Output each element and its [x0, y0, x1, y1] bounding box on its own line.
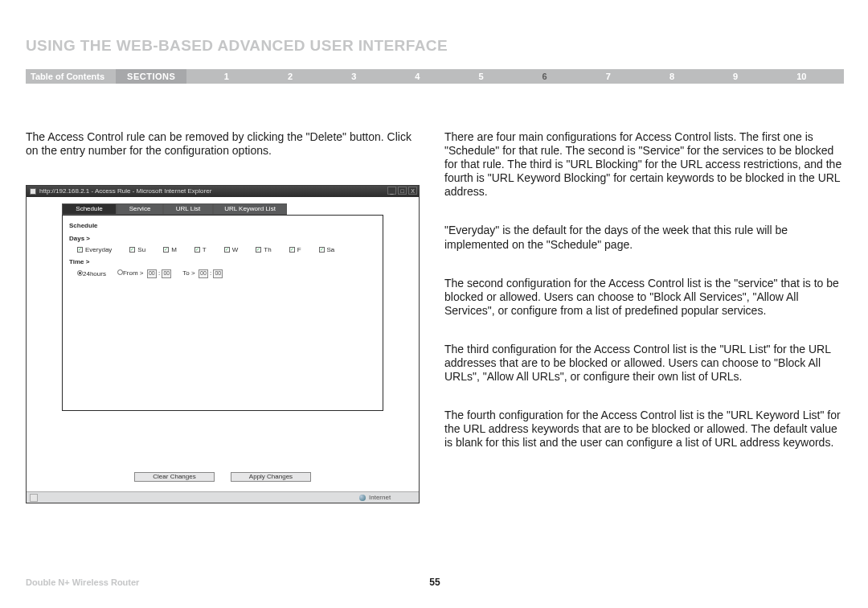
time-label: Time >: [69, 258, 376, 266]
time-24hours: 24hours: [83, 270, 106, 277]
tab-service[interactable]: Service: [117, 203, 163, 215]
status-bar: Internet: [27, 491, 419, 503]
day-t: T: [203, 246, 207, 254]
window-close-button[interactable]: X: [408, 187, 417, 195]
checkbox-everyday[interactable]: [77, 247, 83, 253]
statusbar-icon: [30, 494, 38, 502]
section-link-9[interactable]: 9: [733, 72, 738, 81]
apply-changes-button[interactable]: Apply Changes: [231, 472, 311, 482]
product-name: Double N+ Wireless Router: [26, 577, 139, 587]
section-link-7[interactable]: 7: [606, 72, 611, 81]
day-w: W: [232, 246, 239, 254]
section-link-2[interactable]: 2: [288, 72, 293, 81]
radio-from[interactable]: [117, 269, 123, 275]
screenshot-window: http://192.168.2.1 - Access Rule - Micro…: [26, 185, 420, 503]
day-everyday: Everyday: [85, 246, 112, 254]
nav-bar: Table of Contents SECTIONS 1 2 3 4 5 6 7…: [26, 69, 844, 84]
days-label: Days >: [69, 235, 376, 243]
section-link-5[interactable]: 5: [478, 72, 483, 81]
tab-strip: Schedule Service URL List URL Keyword Li…: [62, 203, 404, 215]
checkbox-w[interactable]: [224, 247, 230, 253]
panel-heading: Schedule: [69, 222, 376, 230]
section-link-1[interactable]: 1: [224, 72, 229, 81]
window-title: http://192.168.2.1 - Access Rule - Micro…: [39, 187, 211, 195]
right-paragraph-3: The second configuration for the Access …: [444, 277, 844, 318]
right-column: There are four main configurations for A…: [444, 130, 844, 503]
window-titlebar: http://192.168.2.1 - Access Rule - Micro…: [27, 186, 419, 197]
from-min-select[interactable]: 00: [162, 269, 171, 278]
window-maximize-button[interactable]: □: [398, 187, 407, 195]
window-minimize-button[interactable]: _: [387, 187, 396, 195]
tab-url-list[interactable]: URL List: [163, 203, 213, 215]
checkbox-f[interactable]: [289, 247, 295, 253]
to-min-select[interactable]: 00: [213, 269, 223, 278]
ie-page-icon: [30, 188, 36, 195]
sections-label: SECTIONS: [116, 69, 186, 84]
right-paragraph-2: "Everyday" is the default for the days o…: [444, 224, 844, 251]
right-paragraph-4: The third configuration for the Access C…: [444, 343, 844, 384]
left-column: The Access Control rule can be removed b…: [26, 130, 425, 503]
checkbox-t[interactable]: [194, 247, 200, 253]
left-paragraph-1: The Access Control rule can be removed b…: [26, 130, 425, 158]
section-link-10[interactable]: 10: [796, 72, 806, 81]
section-link-6[interactable]: 6: [542, 72, 547, 81]
toc-link[interactable]: Table of Contents: [26, 72, 116, 81]
day-su: Su: [137, 246, 145, 254]
radio-24hours[interactable]: [77, 270, 83, 276]
section-link-3[interactable]: 3: [351, 72, 356, 81]
day-m: M: [171, 246, 177, 254]
day-f: F: [297, 246, 301, 254]
to-hour-select[interactable]: 00: [199, 269, 208, 278]
clear-changes-button[interactable]: Clear Changes: [134, 472, 215, 482]
right-paragraph-5: The fourth configuration for the Access …: [444, 409, 844, 450]
page-number: 55: [429, 577, 440, 588]
from-label: From >: [123, 269, 144, 277]
checkbox-su[interactable]: [129, 247, 135, 253]
checkbox-sa[interactable]: [319, 247, 325, 253]
tab-schedule[interactable]: Schedule: [62, 203, 117, 215]
section-link-4[interactable]: 4: [415, 72, 420, 81]
footer: Double N+ Wireless Router 55: [26, 577, 844, 587]
section-link-8[interactable]: 8: [669, 72, 674, 81]
section-numbers: 1 2 3 4 5 6 7 8 9 10: [186, 72, 844, 81]
day-th: Th: [264, 246, 271, 254]
to-label: To >: [182, 269, 194, 277]
internet-zone-icon: [359, 495, 366, 501]
from-hour-select[interactable]: 00: [147, 269, 157, 278]
tab-url-keyword-list[interactable]: URL Keyword List: [213, 203, 287, 215]
checkbox-m[interactable]: [163, 247, 169, 253]
schedule-panel: Schedule Days > Everyday Su M T W Th F S…: [62, 215, 383, 411]
day-sa: Sa: [327, 246, 335, 254]
checkbox-th[interactable]: [256, 247, 261, 253]
internet-zone-label: Internet: [369, 494, 391, 502]
right-paragraph-1: There are four main configurations for A…: [444, 130, 844, 199]
page-title: USING THE WEB-BASED ADVANCED USER INTERF…: [26, 37, 844, 55]
